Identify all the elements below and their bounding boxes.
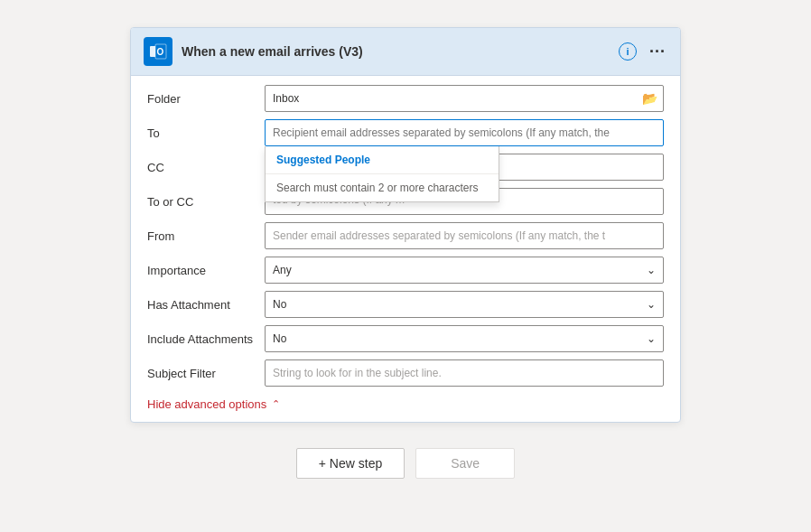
outlook-icon: O xyxy=(144,37,172,66)
folder-value: Inbox xyxy=(273,92,299,105)
ellipsis-icon: ··· xyxy=(649,42,666,61)
cc-label: CC xyxy=(147,161,265,174)
from-placeholder: Sender email addresses separated by semi… xyxy=(273,229,605,242)
info-button[interactable]: i xyxy=(617,41,639,62)
chevron-up-icon: ⌃ xyxy=(272,398,280,410)
trigger-card: O When a new email arrives (V3) i ··· Fo… xyxy=(130,27,681,423)
to-or-cc-label: To or CC xyxy=(147,195,265,209)
subject-filter-input[interactable]: String to look for in the subject line. xyxy=(265,359,664,387)
include-attachments-row: Include Attachments No ⌄ xyxy=(147,325,664,352)
to-input[interactable] xyxy=(265,119,664,146)
card-body: Folder Inbox 📂 To Suggested People Searc… xyxy=(131,76,680,422)
subject-filter-placeholder: String to look for in the subject line. xyxy=(273,367,442,379)
subject-filter-row: Subject Filter String to look for in the… xyxy=(147,359,664,387)
folder-row: Folder Inbox 📂 xyxy=(147,85,664,112)
info-icon: i xyxy=(619,42,637,61)
has-attachment-row: Has Attachment No ⌄ xyxy=(147,291,664,318)
include-attachments-dropdown[interactable]: No ⌄ xyxy=(265,325,664,352)
autocomplete-dropdown: Suggested People Search must contain 2 o… xyxy=(265,146,499,202)
has-attachment-chevron-icon: ⌄ xyxy=(647,298,656,311)
new-step-button[interactable]: + New step xyxy=(296,448,405,479)
to-input-wrapper: Suggested People Search must contain 2 o… xyxy=(265,119,664,146)
folder-input[interactable]: Inbox 📂 xyxy=(265,85,664,112)
importance-value: Any xyxy=(273,264,292,276)
has-attachment-value: No xyxy=(273,298,286,311)
save-button[interactable]: Save xyxy=(415,448,515,479)
search-hint-text: Search must contain 2 or more characters xyxy=(266,174,499,201)
to-row: To Suggested People Search must contain … xyxy=(147,119,664,146)
has-attachment-label: Has Attachment xyxy=(147,298,265,312)
header-actions: i ··· xyxy=(617,41,667,63)
from-input[interactable]: Sender email addresses separated by semi… xyxy=(265,222,664,249)
folder-label: Folder xyxy=(147,92,265,106)
importance-chevron-icon: ⌄ xyxy=(647,264,656,276)
more-options-button[interactable]: ··· xyxy=(648,41,667,63)
svg-text:O: O xyxy=(157,47,164,57)
card-title: When a new email arrives (V3) xyxy=(182,44,608,59)
importance-label: Importance xyxy=(147,264,265,277)
suggested-people-option[interactable]: Suggested People xyxy=(266,146,499,174)
include-attachments-value: No xyxy=(273,332,286,345)
has-attachment-dropdown[interactable]: No ⌄ xyxy=(265,291,664,318)
include-attachments-chevron-icon: ⌄ xyxy=(647,332,656,345)
folder-icon: 📂 xyxy=(642,91,657,106)
hide-options-label: Hide advanced options xyxy=(147,397,266,411)
bottom-actions: + New step Save xyxy=(296,448,515,479)
to-label: To xyxy=(147,126,265,140)
importance-row: Importance Any ⌄ xyxy=(147,257,664,284)
from-label: From xyxy=(147,229,265,243)
from-row: From Sender email addresses separated by… xyxy=(147,222,664,249)
card-header: O When a new email arrives (V3) i ··· xyxy=(131,28,680,76)
subject-filter-label: Subject Filter xyxy=(147,367,265,380)
hide-advanced-options-button[interactable]: Hide advanced options ⌃ xyxy=(147,394,664,415)
importance-dropdown[interactable]: Any ⌄ xyxy=(265,257,664,284)
include-attachments-label: Include Attachments xyxy=(147,332,265,346)
